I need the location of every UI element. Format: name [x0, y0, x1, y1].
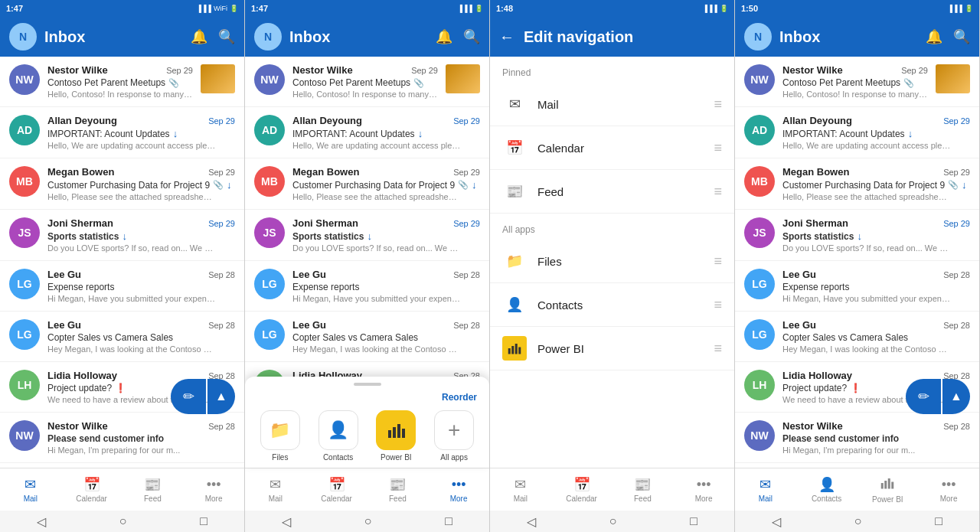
- email-item-meganbowen-1[interactable]: MB Megan Bowen Sep 29 Customer Purchasin…: [0, 158, 244, 210]
- nav-calendar-2[interactable]: 📅 Calendar: [306, 476, 368, 503]
- home-btn-2[interactable]: ○: [364, 514, 372, 528]
- email-nestorwilke2-4[interactable]: NW Nestor Wilke Sep 28 Please send custo…: [735, 413, 979, 463]
- back-btn-2[interactable]: ◁: [282, 514, 291, 529]
- email-nestorwilke-2[interactable]: NW Nestor Wilke Sep 29 Contoso Pet Paren…: [245, 57, 489, 107]
- email-leegu-expense-4[interactable]: LG Lee Gu Sep 28 Expense reports Hi Mega…: [735, 261, 979, 312]
- compose-button-4[interactable]: ✏: [906, 379, 941, 414]
- bell-icon-2[interactable]: 🔔: [436, 28, 452, 45]
- inbox-header-2: N Inbox 🔔 🔍: [245, 17, 489, 57]
- email-item-jonisherman-1[interactable]: JS Joni Sherman Sep 29 Sports statistics…: [0, 210, 244, 261]
- contacts-name-3: Contacts: [537, 299, 703, 312]
- nav-files-item-3[interactable]: 📁 Files ≡: [490, 240, 734, 283]
- powerbi-name-3: Power BI: [537, 342, 703, 355]
- email-item-nestorwilke-1[interactable]: NW Nestor Wilke Sep 29 Contoso Pet Paren…: [0, 57, 244, 107]
- home-btn-1[interactable]: ○: [119, 514, 127, 528]
- contacts-drag-3[interactable]: ≡: [714, 297, 722, 313]
- nav-more-4[interactable]: ••• More: [918, 477, 979, 503]
- nav-calendar-1[interactable]: 📅 Calendar: [61, 476, 122, 503]
- back-btn-3[interactable]: ◁: [527, 514, 536, 529]
- email-jonisherman-2[interactable]: JS Joni Sherman Sep 29 Sports statistics…: [245, 210, 489, 261]
- nav-more-3[interactable]: ••• More: [673, 477, 734, 503]
- nav-powerbi-item-3[interactable]: Power BI ≡: [490, 327, 734, 370]
- nav-more-1[interactable]: ••• More: [183, 477, 244, 503]
- home-btn-4[interactable]: ○: [854, 514, 862, 528]
- mail-name-3: Mail: [537, 98, 703, 111]
- sheet-item-powerbi-2[interactable]: Power BI: [376, 410, 416, 462]
- nav-mail-item-3[interactable]: ✉ Mail ≡: [490, 83, 734, 126]
- nav-contacts-4[interactable]: 👤 Contacts: [796, 476, 858, 503]
- back-btn-4[interactable]: ◁: [772, 514, 781, 529]
- nav-mail-1[interactable]: ✉ Mail: [0, 476, 61, 503]
- bell-icon-1[interactable]: 🔔: [191, 28, 207, 45]
- avatar-4[interactable]: N: [744, 23, 772, 51]
- nav-feed-1[interactable]: 📰 Feed: [122, 476, 184, 503]
- mail-nav-icon-3: ✉: [514, 476, 526, 493]
- nav-calendar-item-3[interactable]: 📅 Calendar ≡: [490, 126, 734, 170]
- search-icon-1[interactable]: 🔍: [218, 28, 235, 45]
- back-btn-1[interactable]: ◁: [37, 514, 46, 529]
- sheet-item-files-2[interactable]: 📁 Files: [260, 410, 300, 462]
- recents-btn-4[interactable]: □: [935, 514, 942, 528]
- arrow-icon-megan-1: ↓: [227, 179, 232, 191]
- calendar-drag-3[interactable]: ≡: [714, 140, 722, 156]
- nav-contacts-item-3[interactable]: 👤 Contacts ≡: [490, 283, 734, 327]
- recents-btn-3[interactable]: □: [690, 514, 697, 528]
- back-button-3[interactable]: ←: [499, 28, 514, 46]
- email-leegu-copter-4[interactable]: LG Lee Gu Sep 28 Copter Sales vs Camera …: [735, 312, 979, 362]
- email-allandez-4[interactable]: AD Allan Deyoung Sep 29 IMPORTANT: Acoun…: [735, 107, 979, 158]
- more-nav-icon-3: •••: [697, 477, 711, 493]
- feed-drag-3[interactable]: ≡: [714, 184, 722, 200]
- expand-button-1[interactable]: ▲: [207, 379, 235, 414]
- nav-mail-4[interactable]: ✉ Mail: [735, 476, 796, 503]
- email-item-allandez-1[interactable]: AD Allan Deyoung Sep 29 IMPORTANT: Acoun…: [0, 107, 244, 158]
- status-icons-2: ▐▐▐ 🔋: [458, 5, 483, 12]
- nav-more-2[interactable]: ••• More: [428, 477, 489, 503]
- recents-btn-1[interactable]: □: [200, 514, 207, 528]
- avatar-jonisherman-1: JS: [9, 217, 40, 248]
- email-preview-nestorwilke2-1: Hi Megan, I'm preparing for our m...: [47, 446, 216, 455]
- sheet-item-contacts-2[interactable]: 👤 Contacts: [318, 410, 358, 462]
- email-sender-nestorwilke-1: Nestor Wilke: [47, 64, 108, 76]
- arrow-icon-allandez-1: ↓: [173, 128, 178, 139]
- nav-feed-2[interactable]: 📰 Feed: [368, 476, 429, 503]
- nav-mail-3[interactable]: ✉ Mail: [490, 476, 551, 503]
- home-btn-3[interactable]: ○: [609, 514, 617, 528]
- nav-calendar-3[interactable]: 📅 Calendar: [551, 476, 612, 503]
- avatar-1[interactable]: N: [9, 23, 37, 51]
- mail-drag-3[interactable]: ≡: [714, 96, 722, 113]
- files-drag-3[interactable]: ≡: [714, 253, 722, 269]
- allapps-label-2: All apps: [440, 453, 468, 462]
- phone-1: 1:47 ▐▐▐ WiFi 🔋 N Inbox 🔔 🔍 NW Nestor Wi…: [0, 0, 245, 532]
- email-allandez-2[interactable]: AD Allan Deyoung Sep 29 IMPORTANT: Acoun…: [245, 107, 489, 158]
- email-jonisherman-4[interactable]: JS Joni Sherman Sep 29 Sports statistics…: [735, 210, 979, 261]
- fab-4: ✏ ▲: [906, 379, 970, 414]
- email-item-leegu-expense-1[interactable]: LG Lee Gu Sep 28 Expense reports Hi Mega…: [0, 261, 244, 312]
- search-icon-2[interactable]: 🔍: [463, 28, 480, 45]
- email-date-nestorwilke2-1: Sep 28: [208, 422, 235, 431]
- avatar-leegu-copter-1: LG: [9, 319, 40, 350]
- nav-mail-2[interactable]: ✉ Mail: [245, 476, 306, 503]
- sheet-item-allapps-2[interactable]: + All apps: [434, 410, 474, 462]
- nav-powerbi-4[interactable]: Power BI: [858, 476, 919, 504]
- email-item-nestorwilke2-1[interactable]: NW Nestor Wilke Sep 28 Please send custo…: [0, 413, 244, 463]
- reorder-label-2[interactable]: Reorder: [245, 392, 489, 403]
- search-icon-4[interactable]: 🔍: [953, 28, 970, 45]
- recents-btn-2[interactable]: □: [445, 514, 452, 528]
- bell-icon-4[interactable]: 🔔: [926, 28, 942, 45]
- powerbi-drag-3[interactable]: ≡: [714, 341, 722, 357]
- fab-1: ✏ ▲: [171, 379, 235, 414]
- nav-feed-item-3[interactable]: 📰 Feed ≡: [490, 170, 734, 214]
- email-leegu-copter-2[interactable]: LG Lee Gu Sep 28 Copter Sales vs Camera …: [245, 312, 489, 362]
- email-nestorwilke-4[interactable]: NW Nestor Wilke Sep 29 Contoso Pet Paren…: [735, 57, 979, 107]
- nav-feed-3[interactable]: 📰 Feed: [612, 476, 674, 503]
- expand-button-4[interactable]: ▲: [942, 379, 970, 414]
- email-leegu-expense-2[interactable]: LG Lee Gu Sep 28 Expense reports Hi Mega…: [245, 261, 489, 312]
- email-item-leegu-copter-1[interactable]: LG Lee Gu Sep 28 Copter Sales vs Camera …: [0, 312, 244, 362]
- avatar-2[interactable]: N: [254, 23, 282, 51]
- email-meganbowen-2[interactable]: MB Megan Bowen Sep 29 Customer Purchasin…: [245, 158, 489, 210]
- email-meganbowen-4[interactable]: MB Megan Bowen Sep 29 Customer Purchasin…: [735, 158, 979, 210]
- avatar-nestorwilke2-4: NW: [744, 420, 775, 451]
- avatar-lidia-4: LH: [744, 370, 775, 400]
- compose-button-1[interactable]: ✏: [171, 379, 206, 414]
- email-subject-nestorwilke-1: Contoso Pet Parent Meetups 📎: [47, 77, 193, 88]
